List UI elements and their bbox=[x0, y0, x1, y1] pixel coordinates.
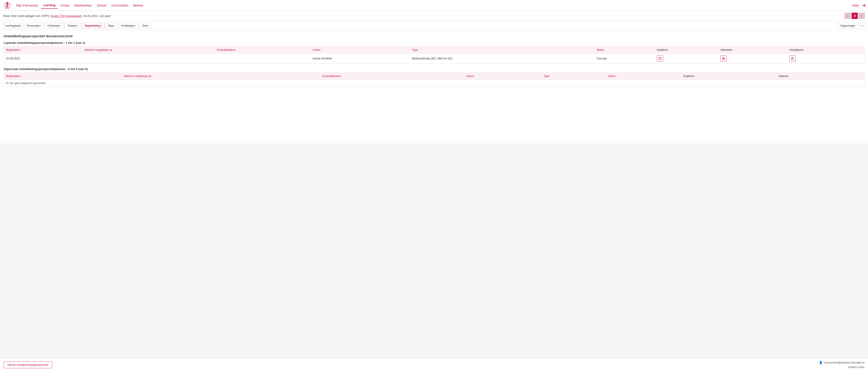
table-row-empty: Er zijn geen gegevens gevonden bbox=[4, 80, 864, 87]
student-info: Roos Smit (niet wijzigen ivm OPP!) Groep… bbox=[3, 14, 111, 18]
completed-section-title: Afgeronde ontwikkelingsperspectiefplanne… bbox=[4, 67, 864, 71]
user-icon: 👤 bbox=[819, 361, 823, 364]
cell-akkoord bbox=[82, 54, 215, 64]
student-bar: Roos Smit (niet wijzigen ivm OPP!) Groep… bbox=[0, 11, 868, 21]
new-plan-button[interactable]: Nieuw ontwikkelingsperspectief bbox=[4, 361, 52, 368]
footer: Nieuw ontwikkelingsperspectief 👤 b.haver… bbox=[0, 358, 868, 371]
svg-point-1 bbox=[6, 2, 8, 4]
tab-map[interactable]: Map ▾ bbox=[105, 23, 118, 29]
col-type-2: Type bbox=[541, 73, 606, 80]
help-link[interactable]: Help bbox=[852, 4, 859, 7]
active-plans-table: Begindatum Akkoord vastgelegd op Evaluat… bbox=[4, 46, 864, 64]
svg-rect-8 bbox=[659, 58, 660, 60]
cell-evaluatiedatum bbox=[215, 54, 310, 64]
print-record-button[interactable] bbox=[720, 55, 727, 62]
cell-auteur: Gerda Schokker bbox=[310, 54, 410, 64]
nav-mijn-parnassys[interactable]: Mijn ParnasSys bbox=[14, 2, 40, 9]
tab-right: Rapportage ▾ × bbox=[838, 23, 866, 29]
prev-student-button[interactable]: ‹ bbox=[844, 13, 851, 19]
col-evaluatiedatum: Evaluatiedatum bbox=[215, 46, 310, 54]
completed-plans-thead: Begindatum Akkoord vastgelegd op Evaluat… bbox=[4, 73, 864, 80]
svg-rect-13 bbox=[792, 58, 794, 60]
col-status-2: Status bbox=[606, 73, 681, 80]
tab-begeleiding[interactable]: Begeleiding ▾ bbox=[82, 23, 105, 29]
delete-record-button[interactable] bbox=[789, 55, 796, 62]
col-begindatum-2: Begindatum bbox=[4, 73, 121, 80]
student-note: (niet wijzigen ivm OPP!) bbox=[18, 14, 49, 18]
student-name: Roos Smit bbox=[3, 14, 17, 18]
logo bbox=[3, 1, 12, 10]
copy-student-button[interactable]: ⧉ bbox=[851, 13, 858, 19]
svg-point-12 bbox=[724, 58, 724, 59]
nav-items: Mijn ParnasSys Leerling Groep Medewerker… bbox=[14, 2, 852, 9]
rapportage-button[interactable]: Rapportage ▾ bbox=[838, 23, 859, 29]
active-plans-tbody: 01-08-2022 Gerda Schokker Basisonderwijs… bbox=[4, 54, 864, 64]
cell-type: Basisonderwijs (BO, SBO en SO) bbox=[410, 54, 594, 64]
cell-verwijderen bbox=[787, 54, 864, 64]
nav-arrows: ‹ ⧉ › bbox=[844, 13, 865, 19]
user-org: Anders Leren bbox=[848, 366, 864, 369]
nav-groep[interactable]: Groep bbox=[58, 2, 72, 9]
col-status: Status bbox=[594, 46, 655, 54]
active-plans-table-wrapper: Begindatum Akkoord vastgelegd op Evaluat… bbox=[4, 46, 864, 64]
col-auteur-2: Auteur bbox=[464, 73, 541, 80]
main-content: Ontwikkelingsperspectief dossieroverzich… bbox=[0, 31, 868, 143]
col-kopieren: Kopiëren bbox=[655, 46, 718, 54]
col-akkoord: Akkoord vastgelegd op bbox=[82, 46, 215, 54]
nav-school[interactable]: School bbox=[94, 2, 109, 9]
cell-status: Concept bbox=[594, 54, 655, 64]
col-kopieren-2: Kopiëren bbox=[681, 73, 776, 80]
student-dob: 01-01-2011 bbox=[84, 14, 98, 18]
student-group-link[interactable]: Groep 7/8 (groepskaart) bbox=[51, 14, 82, 18]
tab-leerlingkaart[interactable]: Leerlingkaart bbox=[2, 23, 23, 29]
next-student-button[interactable]: › bbox=[859, 13, 865, 19]
top-nav: Mijn ParnasSys Leerling Groep Medewerker… bbox=[0, 0, 868, 11]
logout-icon[interactable]: ⇥ bbox=[862, 3, 865, 8]
cell-begindatum: 01-08-2022 bbox=[4, 54, 82, 64]
completed-plans-section: Afgeronde ontwikkelingsperspectiefplanne… bbox=[4, 67, 864, 87]
close-tab-button[interactable]: × bbox=[860, 23, 866, 29]
tab-toetsen[interactable]: Toetsen ▾ bbox=[65, 23, 81, 29]
student-age: (12 jaar) bbox=[100, 14, 111, 18]
active-plans-section: Lopende ontwikkelingsperspectiefplannen … bbox=[4, 41, 864, 64]
tab-kindbegrip[interactable]: Kindbegrip ▾ bbox=[119, 23, 139, 29]
completed-plans-table: Begindatum Akkoord vastgelegd op Evaluat… bbox=[4, 73, 864, 87]
completed-plans-table-wrapper: Begindatum Akkoord vastgelegd op Evaluat… bbox=[4, 72, 864, 87]
col-auteur: Auteur bbox=[310, 46, 410, 54]
col-afdrukken: Afdrukken bbox=[718, 46, 787, 54]
user-email: b.haverhals@driestar-educatief.nl bbox=[824, 361, 864, 364]
tab-zien[interactable]: Zien! bbox=[140, 23, 151, 29]
tab-bar: Leerlingkaart Personalia ▾ Onderwijs ▾ T… bbox=[0, 21, 868, 31]
col-akkoord-2: Akkoord vastgelegd op bbox=[121, 73, 320, 80]
col-begindatum: Begindatum bbox=[4, 46, 82, 54]
col-openen: Openen bbox=[776, 73, 864, 80]
cell-kopieren bbox=[655, 54, 718, 64]
nav-right: Help ⇥ bbox=[852, 3, 865, 8]
active-section-title: Lopende ontwikkelingsperspectiefplannen … bbox=[4, 41, 864, 44]
copy-record-button[interactable] bbox=[657, 55, 663, 62]
completed-plans-tbody: Er zijn geen gegevens gevonden bbox=[4, 80, 864, 87]
footer-user-info: 👤 b.haverhals@driestar-educatief.nl Ande… bbox=[819, 361, 864, 369]
nav-medewerker[interactable]: Medewerker bbox=[72, 2, 94, 9]
nav-beheer[interactable]: Beheer bbox=[131, 2, 146, 9]
active-plans-thead: Begindatum Akkoord vastgelegd op Evaluat… bbox=[4, 46, 864, 54]
tab-onderwijs[interactable]: Onderwijs ▾ bbox=[45, 23, 64, 29]
col-evaluatiedatum-2: Evaluatiedatum bbox=[320, 73, 464, 80]
no-data-cell: Er zijn geen gegevens gevonden bbox=[4, 80, 864, 87]
col-type: Type bbox=[410, 46, 594, 54]
svg-rect-11 bbox=[723, 59, 724, 60]
nav-leerling[interactable]: Leerling bbox=[41, 2, 58, 9]
page-title: Ontwikkelingsperspectief dossieroverzich… bbox=[4, 34, 864, 38]
cell-afdrukken bbox=[718, 54, 787, 64]
col-verwijderen: Verwijderen bbox=[787, 46, 864, 54]
tab-personalia[interactable]: Personalia ▾ bbox=[24, 23, 44, 29]
table-row: 01-08-2022 Gerda Schokker Basisonderwijs… bbox=[4, 54, 864, 64]
nav-overzichten[interactable]: Overzichten bbox=[109, 2, 131, 9]
footer-user-row: 👤 b.haverhals@driestar-educatief.nl bbox=[819, 361, 864, 364]
